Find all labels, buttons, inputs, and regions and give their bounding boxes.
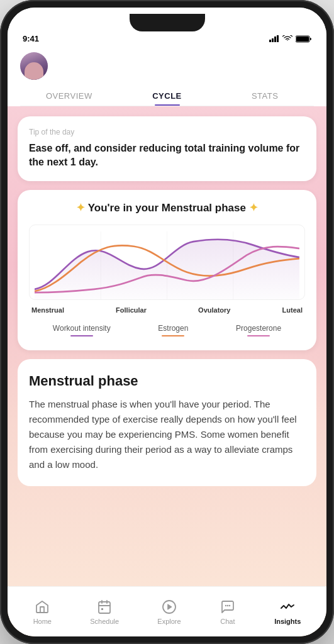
legend-estrogen: Estrogen xyxy=(158,324,188,336)
main-scroll[interactable]: Tip of the day Ease off, and consider re… xyxy=(8,106,326,636)
legend-estrogen-line xyxy=(162,335,184,336)
nav-home-label: Home xyxy=(33,618,52,625)
legend-progesterone-label: Progesterone xyxy=(236,324,281,333)
avatar[interactable] xyxy=(20,52,48,80)
avatar-face xyxy=(25,62,43,80)
chart-svg xyxy=(35,231,299,299)
legend-workout-label: Workout intensity xyxy=(53,324,111,333)
status-time: 9:41 xyxy=(23,34,39,43)
tab-cycle[interactable]: CYCLE xyxy=(118,86,216,106)
svg-rect-5 xyxy=(296,36,309,42)
sparkle-right: ✦ xyxy=(249,202,258,214)
hormone-chart xyxy=(29,225,305,300)
tab-stats[interactable]: STATS xyxy=(216,86,314,106)
tip-text: Ease off, and consider reducing total tr… xyxy=(29,142,305,170)
svg-marker-15 xyxy=(168,604,172,609)
notch xyxy=(130,14,205,31)
svg-rect-9 xyxy=(99,602,110,613)
svg-rect-13 xyxy=(101,608,103,610)
menstrual-card: Menstrual phase The menstrual phase is w… xyxy=(18,359,316,486)
insights-icon xyxy=(279,599,296,615)
notch-area xyxy=(8,8,326,33)
legend-progesterone-line xyxy=(247,335,270,336)
menstrual-text: The menstrual phase is when you'll have … xyxy=(29,397,305,472)
signal-icon xyxy=(269,35,279,42)
phase-ovulatory: Ovulatory xyxy=(198,306,230,314)
svg-rect-3 xyxy=(277,35,279,42)
phase-card: ✦ You're in your Menstrual phase ✦ xyxy=(18,190,316,350)
nav-schedule-label: Schedule xyxy=(90,618,119,625)
nav-insights-label: Insights xyxy=(274,618,301,625)
header: OVERVIEW CYCLE STATS xyxy=(8,47,326,106)
tab-navigation: OVERVIEW CYCLE STATS xyxy=(20,86,314,106)
status-bar: 9:41 xyxy=(8,33,326,47)
phone-screen: 9:41 xyxy=(8,8,326,636)
legend-workout-line xyxy=(70,335,93,336)
battery-icon xyxy=(296,35,311,43)
svg-rect-0 xyxy=(269,40,271,42)
svg-rect-2 xyxy=(274,36,276,42)
phone-frame: 9:41 xyxy=(0,0,334,644)
legend-estrogen-label: Estrogen xyxy=(158,324,188,333)
explore-icon xyxy=(161,599,177,615)
tab-overview[interactable]: OVERVIEW xyxy=(20,86,118,106)
schedule-icon xyxy=(96,599,113,615)
nav-home[interactable]: Home xyxy=(26,595,59,629)
nav-chat-label: Chat xyxy=(220,618,235,625)
phase-menstrual: Menstrual xyxy=(31,306,64,314)
nav-insights[interactable]: Insights xyxy=(267,595,308,629)
nav-explore-label: Explore xyxy=(157,618,181,625)
legend-workout: Workout intensity xyxy=(53,324,111,336)
bottom-navigation: Home Schedule xyxy=(8,586,326,636)
legend-progesterone: Progesterone xyxy=(236,324,281,336)
phase-follicular: Follicular xyxy=(116,306,147,314)
status-icons xyxy=(269,35,311,43)
home-icon xyxy=(34,599,50,615)
sparkle-left: ✦ xyxy=(76,202,85,214)
phase-luteal: Luteal xyxy=(282,306,303,314)
tip-card: Tip of the day Ease off, and consider re… xyxy=(18,116,316,181)
content-area: OVERVIEW CYCLE STATS Tip of the day Ease… xyxy=(8,47,326,636)
svg-rect-1 xyxy=(272,38,274,42)
nav-chat[interactable]: Chat xyxy=(212,595,243,629)
wifi-icon xyxy=(282,35,292,42)
nav-schedule[interactable]: Schedule xyxy=(82,595,126,629)
chart-legend: Workout intensity Estrogen Progesterone xyxy=(29,321,305,339)
phase-labels: Menstrual Follicular Ovulatory Luteal xyxy=(29,306,305,314)
tip-label: Tip of the day xyxy=(29,128,305,136)
chat-icon xyxy=(220,599,236,615)
avatar-image xyxy=(20,52,48,80)
menstrual-title: Menstrual phase xyxy=(29,373,305,389)
nav-explore[interactable]: Explore xyxy=(150,595,188,629)
phase-header: ✦ You're in your Menstrual phase ✦ xyxy=(29,201,305,214)
